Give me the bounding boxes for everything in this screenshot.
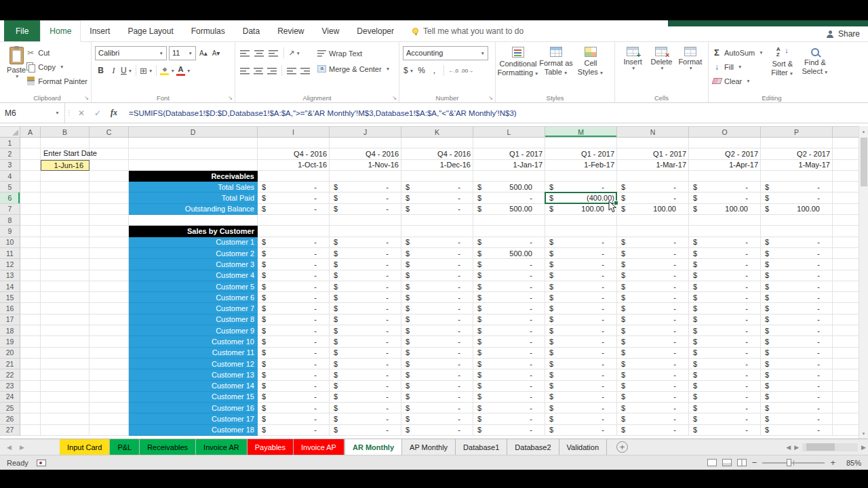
cell-N20[interactable]: $-: [617, 348, 689, 359]
row-header-13[interactable]: 13: [0, 270, 20, 281]
cell-J21[interactable]: $-: [330, 359, 401, 369]
cell-M11[interactable]: $-: [545, 248, 617, 259]
column-header-k[interactable]: K: [401, 127, 473, 137]
cell-B17[interactable]: [41, 314, 90, 325]
cell-L15[interactable]: $-: [473, 292, 545, 303]
cell-K14[interactable]: $-: [401, 281, 473, 292]
fill-button[interactable]: ↓ Fill ▼: [712, 60, 764, 73]
cell-styles-button[interactable]: CellStyles▼: [575, 45, 606, 94]
cell-B3[interactable]: 1-Jun-16: [41, 160, 90, 171]
cell-K12[interactable]: $-: [401, 259, 473, 270]
row-header-21[interactable]: 21: [0, 359, 20, 369]
cell-D1[interactable]: [129, 138, 258, 148]
cell-M9[interactable]: [545, 226, 617, 237]
cell-C11[interactable]: [90, 248, 129, 259]
cell-N23[interactable]: $-: [617, 381, 689, 392]
row-header-17[interactable]: 17: [0, 314, 20, 325]
cell-L10[interactable]: $-: [473, 237, 545, 248]
cell-A22[interactable]: [20, 369, 41, 380]
cell-J12[interactable]: $-: [330, 259, 401, 270]
cell-I15[interactable]: $-: [258, 292, 330, 303]
cell-O21[interactable]: $-: [689, 359, 761, 369]
cell-L19[interactable]: $-: [473, 336, 545, 347]
cell-A23[interactable]: [20, 381, 41, 392]
cell-B25[interactable]: [41, 403, 90, 413]
row-header-5[interactable]: 5: [0, 182, 20, 192]
align-right-button[interactable]: [266, 64, 278, 77]
cell-O16[interactable]: $-: [689, 303, 761, 314]
cell-D7[interactable]: Outstanding Balance: [129, 204, 258, 215]
cell-A8[interactable]: [20, 215, 41, 226]
cell-I20[interactable]: $-: [258, 348, 330, 359]
cell-L1[interactable]: [473, 138, 545, 148]
cell-B8[interactable]: [41, 215, 90, 226]
column-header-p[interactable]: P: [761, 127, 833, 137]
horizontal-scrollbar[interactable]: ◀ ▶ ▶: [781, 439, 868, 455]
cell-N26[interactable]: $-: [617, 413, 689, 424]
cell-C13[interactable]: [90, 270, 129, 281]
zoom-out-button[interactable]: −: [752, 458, 757, 468]
cell-C10[interactable]: [90, 237, 129, 248]
cell-C14[interactable]: [90, 281, 129, 292]
cell-N25[interactable]: $-: [617, 403, 689, 413]
cell-J10[interactable]: $-: [330, 237, 401, 248]
cell-C22[interactable]: [90, 369, 129, 380]
row-header-24[interactable]: 24: [0, 392, 20, 403]
cell-I14[interactable]: $-: [258, 281, 330, 292]
cell-P20[interactable]: $-: [761, 348, 833, 359]
cell-M10[interactable]: $-: [545, 237, 617, 248]
format-cells-button[interactable]: Format ▼: [676, 45, 705, 94]
cell-O13[interactable]: $-: [689, 270, 761, 281]
cell-N15[interactable]: $-: [617, 292, 689, 303]
cell-I9[interactable]: [258, 226, 330, 237]
cell-A3[interactable]: [20, 160, 41, 171]
cell-K10[interactable]: $-: [401, 237, 473, 248]
cell-O17[interactable]: $-: [689, 314, 761, 325]
cell-K11[interactable]: $-: [401, 248, 473, 259]
cell-O2[interactable]: Q2 - 2017: [689, 148, 761, 159]
cell-L21[interactable]: $-: [473, 359, 545, 369]
cell-D26[interactable]: Customer 17: [129, 413, 258, 424]
cell-J6[interactable]: $-: [330, 192, 401, 203]
cell-M18[interactable]: $-: [545, 325, 617, 336]
row-header-4[interactable]: 4: [0, 171, 20, 182]
increase-indent-button[interactable]: [299, 64, 311, 77]
cell-P15[interactable]: $-: [761, 292, 833, 303]
cell-O27[interactable]: $-: [689, 425, 761, 436]
cell-I8[interactable]: [258, 215, 330, 226]
cell-A5[interactable]: [20, 182, 41, 192]
ribbon-tab-home[interactable]: Home: [40, 20, 81, 42]
column-header-a[interactable]: A: [20, 127, 41, 137]
cell-M26[interactable]: $-: [545, 413, 617, 424]
ribbon-tab-file[interactable]: File: [4, 20, 40, 41]
cell-C27[interactable]: [90, 425, 129, 436]
zoom-slider-thumb[interactable]: [787, 459, 791, 466]
cell-P25[interactable]: $-: [761, 403, 833, 413]
cell-D18[interactable]: Customer 9: [129, 325, 258, 336]
new-sheet-button[interactable]: +: [616, 441, 628, 453]
orientation-button[interactable]: ↗▼: [288, 47, 300, 60]
cell-I13[interactable]: $-: [258, 270, 330, 281]
cell-P16[interactable]: $-: [761, 303, 833, 314]
ribbon-tab-insert[interactable]: Insert: [81, 20, 119, 41]
next-sheet-icon[interactable]: ▶: [20, 444, 24, 451]
cell-J25[interactable]: $-: [330, 403, 401, 413]
scroll-up-icon[interactable]: ▲: [859, 126, 868, 136]
column-header-i[interactable]: I: [258, 127, 330, 137]
row-header-11[interactable]: 11: [0, 248, 20, 259]
cell-L18[interactable]: $-: [473, 325, 545, 336]
cell-K25[interactable]: $-: [401, 403, 473, 413]
autosum-button[interactable]: Σ AutoSum ▼: [712, 46, 764, 59]
cell-I10[interactable]: $-: [258, 237, 330, 248]
cell-N10[interactable]: $-: [617, 237, 689, 248]
cell-K26[interactable]: $-: [401, 413, 473, 424]
cell-N14[interactable]: $-: [617, 281, 689, 292]
top-align-button[interactable]: [239, 47, 251, 60]
middle-align-button[interactable]: [253, 47, 265, 60]
cell-K17[interactable]: $-: [401, 314, 473, 325]
row-header-19[interactable]: 19: [0, 336, 20, 347]
format-as-table-button[interactable]: Format asTable▼: [537, 45, 575, 94]
cell-D17[interactable]: Customer 8: [129, 314, 258, 325]
clipboard-dialog-launcher[interactable]: ↘: [84, 95, 89, 101]
cell-M21[interactable]: $-: [545, 359, 617, 369]
